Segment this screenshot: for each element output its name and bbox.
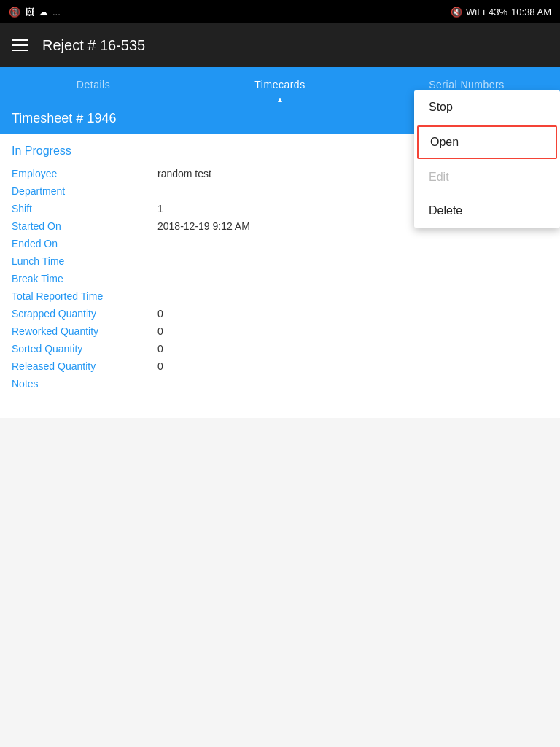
edit-menu-item: Edit bbox=[414, 160, 560, 194]
open-menu-item[interactable]: Open bbox=[417, 125, 557, 159]
tab-timecards[interactable]: Timecards bbox=[187, 67, 373, 102]
scrapped-label: Scrapped Quantity bbox=[12, 308, 158, 320]
reworked-label: Reworked Quantity bbox=[12, 325, 158, 337]
department-label: Department bbox=[12, 185, 158, 197]
stop-menu-item[interactable]: Stop bbox=[414, 90, 560, 124]
employee-label: Employee bbox=[12, 168, 158, 179]
total-reported-label: Total Reported Time bbox=[12, 290, 158, 302]
scrapped-value: 0 bbox=[158, 308, 548, 320]
divider bbox=[12, 400, 548, 400]
phone-icon: 📵 bbox=[9, 7, 20, 18]
notes-label: Notes bbox=[12, 378, 158, 390]
status-bar: 📵 🖼 ☁ ... 🔇 WiFi 43% 10:38 AM bbox=[0, 0, 560, 23]
reworked-row: Reworked Quantity 0 bbox=[12, 322, 548, 340]
wifi-icon: WiFi bbox=[466, 7, 485, 18]
gallery-icon: 🖼 bbox=[25, 7, 34, 18]
delete-menu-item[interactable]: Delete bbox=[414, 194, 560, 228]
ended-on-row: Ended On bbox=[12, 235, 548, 252]
break-time-row: Break Time bbox=[12, 270, 548, 287]
started-on-label: Started On bbox=[12, 220, 158, 232]
timesheet-title: Timesheet # 1946 bbox=[12, 111, 116, 126]
lunch-time-label: Lunch Time bbox=[12, 255, 158, 267]
time-display: 10:38 AM bbox=[511, 7, 551, 18]
hamburger-menu-button[interactable] bbox=[12, 39, 28, 51]
lunch-time-row: Lunch Time bbox=[12, 252, 548, 270]
other-icon: ☁ bbox=[39, 7, 48, 18]
break-time-label: Break Time bbox=[12, 273, 158, 285]
reworked-value: 0 bbox=[158, 325, 548, 337]
sorted-value: 0 bbox=[158, 343, 548, 355]
mute-icon: 🔇 bbox=[451, 7, 462, 18]
ellipsis-text: ... bbox=[52, 7, 61, 18]
battery-text: 43% bbox=[489, 7, 508, 18]
sorted-label: Sorted Quantity bbox=[12, 343, 158, 355]
app-bar: Reject # 16-535 bbox=[0, 23, 560, 67]
tab-details[interactable]: Details bbox=[0, 67, 187, 102]
notes-row: Notes bbox=[12, 375, 548, 392]
scrapped-row: Scrapped Quantity 0 bbox=[12, 305, 548, 322]
released-label: Released Quantity bbox=[12, 360, 158, 372]
sorted-row: Sorted Quantity 0 bbox=[12, 340, 548, 357]
released-value: 0 bbox=[158, 360, 548, 372]
ended-on-label: Ended On bbox=[12, 238, 158, 249]
dropdown-menu: Stop Open Edit Delete bbox=[414, 90, 560, 228]
total-reported-row: Total Reported Time bbox=[12, 287, 548, 305]
app-bar-title: Reject # 16-535 bbox=[42, 37, 145, 54]
shift-label: Shift bbox=[12, 203, 158, 214]
released-row: Released Quantity 0 bbox=[12, 357, 548, 375]
